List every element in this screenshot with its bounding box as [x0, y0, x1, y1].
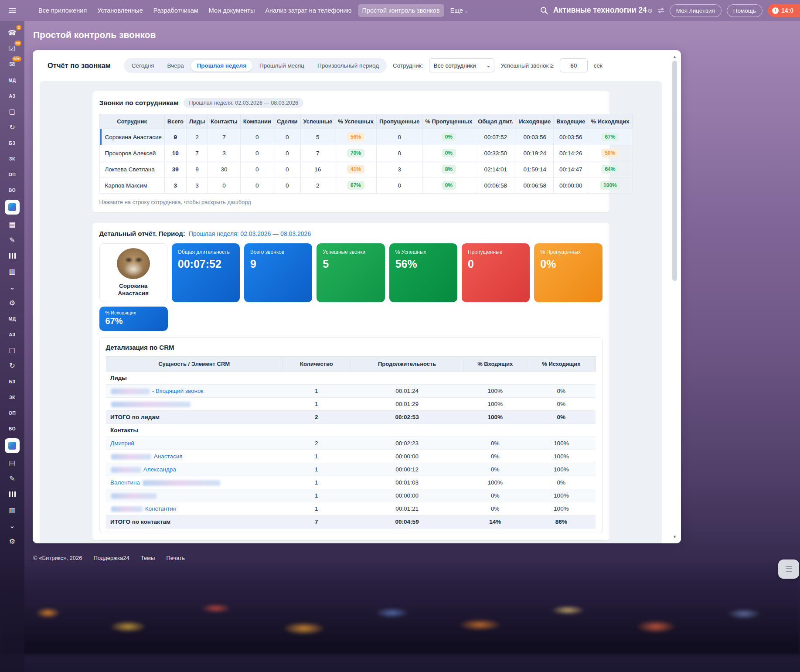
nav-item-Мои документы[interactable]: Мои документы — [204, 4, 259, 17]
employee-row[interactable]: Карпов Максим33000267%00%00:06:5800:06:5… — [99, 177, 632, 194]
detail-period-link[interactable]: Прошлая неделя: 02.03.2026 — 08.03.2026 — [189, 230, 311, 237]
nav-item-Установленные[interactable]: Установленные — [93, 4, 147, 17]
sidebar-item-app-zk[interactable]: ЗК — [5, 153, 20, 164]
employee-row[interactable]: Локтева Светлана39930001641%38%02:14:010… — [99, 161, 632, 177]
sidebar-item-gear-icon[interactable]: ⚙ — [5, 536, 20, 547]
crm-row[interactable]: Константин100:01:210%100% — [106, 502, 596, 515]
sidebar-item-gear-icon[interactable]: ⚙ — [5, 297, 20, 309]
sidebar-item-app-vo[interactable]: ВО — [5, 184, 20, 196]
left-sidebar: ☎2☑40✉99+МДАЗ▢↻БЗЗКОПВО▤✎▥⌄⚙МДАЗ▢↻БЗЗКОП… — [0, 21, 24, 672]
sidebar-item-phone-icon[interactable]: ☎2 — [5, 27, 20, 39]
sidebar-item-monitor-icon[interactable]: ▢ — [5, 344, 20, 356]
chevron-down-icon: ⌄ — [464, 8, 468, 14]
nav-item-Все приложения[interactable]: Все приложения — [34, 4, 91, 17]
crm-row[interactable]: 100:00:000%100% — [106, 489, 596, 502]
tab-Прошлый месяц[interactable]: Прошлый месяц — [253, 60, 310, 72]
crm-row[interactable]: 100:01:29100%0% — [106, 398, 596, 411]
sidebar-item-chevron-down-icon[interactable]: ⌄ — [5, 281, 20, 293]
crm-entity-link[interactable] — [110, 401, 191, 407]
sidebar-item-app-md[interactable]: МД — [5, 74, 20, 86]
widget-menu-button[interactable]: ☰ — [778, 559, 799, 579]
column-header: Контакты — [208, 114, 240, 129]
employee-row[interactable]: Прохоров Алексей107300770%00%00:33:5000:… — [99, 145, 632, 161]
help-button[interactable]: Помощь — [727, 4, 763, 17]
vertical-scrollbar[interactable]: ▲ ▼ — [671, 54, 678, 540]
sidebar-item-bar-chart-icon[interactable] — [5, 488, 20, 500]
search-icon[interactable] — [540, 7, 548, 14]
scroll-down-icon[interactable]: ▼ — [673, 534, 677, 540]
scrollbar-track[interactable] — [672, 60, 677, 534]
employees-panel: Звонки по сотрудникам Прошлая неделя: 02… — [92, 91, 609, 212]
sidebar-item-bar-chart-icon[interactable] — [5, 250, 20, 262]
sidebar-item-app-md[interactable]: МД — [5, 313, 20, 324]
footer-link-Поддержка24[interactable]: Поддержка24 — [93, 555, 129, 561]
stat-card-label: % Исходящих — [106, 310, 162, 316]
column-header: Лиды — [186, 114, 208, 129]
sidebar-item-chevron-down-icon[interactable]: ⌄ — [5, 520, 20, 532]
crm-row[interactable]: Анастасия100:00:000%100% — [106, 450, 596, 463]
nav-item-Анализ затрат на телефонию[interactable]: Анализ затрат на телефонию — [261, 4, 356, 17]
sidebar-item-app-zk[interactable]: ЗК — [5, 391, 20, 403]
sidebar-item-document-icon[interactable]: ▤ — [5, 218, 20, 230]
tab-Прошлая неделя[interactable]: Прошлая неделя — [191, 60, 252, 72]
crm-entity-link[interactable]: Константин — [110, 505, 177, 512]
nav-item-Простой контроль звонков[interactable]: Простой контроль звонков — [358, 4, 444, 17]
app-zk-label: ЗК — [9, 395, 15, 400]
tab-Произвольный период[interactable]: Произвольный период — [311, 60, 385, 72]
my-license-button[interactable]: Моя лицензия — [670, 4, 722, 17]
nav-item-Разработчикам[interactable]: Разработчикам — [149, 4, 203, 17]
crm-total-row: ИТОГО по контактам700:04:5914%86% — [106, 515, 596, 529]
crm-entity-link[interactable]: - Входящий звонок — [110, 388, 203, 394]
period-tabs: СегодняВчераПрошлая неделяПрошлый месяцП… — [124, 58, 387, 73]
crm-value-cell: 100% — [527, 463, 596, 476]
employee-row[interactable]: Сорокина Анастасия92700556%00%00:07:5200… — [99, 129, 632, 145]
sidebar-item-app-bz[interactable]: БЗ — [5, 137, 20, 149]
sidebar-item-app-bz[interactable]: БЗ — [5, 375, 20, 387]
footer-link-Темы[interactable]: Темы — [141, 555, 155, 561]
sidebar-item-monitor-icon[interactable]: ▢ — [5, 106, 20, 117]
crm-row[interactable]: - Входящий звонок100:01:24100%0% — [106, 385, 596, 398]
crm-detail-title: Детализация по CRM — [106, 344, 596, 351]
crm-entity-link[interactable]: Александра — [110, 466, 176, 473]
scrollbar-thumb[interactable] — [672, 61, 677, 281]
employee-select[interactable]: Все сотрудники ⌄ — [429, 58, 494, 72]
timer-value: 14:0 — [781, 7, 793, 14]
crm-entity-link[interactable] — [110, 492, 157, 499]
stat-card-% Успешных: % Успешных56% — [389, 243, 457, 302]
sidebar-item-messages-icon[interactable]: ✉99+ — [5, 58, 20, 70]
crm-row[interactable]: Валентина 100:01:03100%0% — [106, 476, 596, 489]
sidebar-item-app-op[interactable]: ОП — [5, 407, 20, 419]
footer-link-Печать[interactable]: Печать — [166, 555, 185, 561]
sidebar-item-kanban-icon[interactable]: ▥ — [5, 504, 20, 516]
license-timer-badge[interactable]: ! 14:0 — [768, 4, 800, 17]
sidebar-item-app-vo[interactable]: ВО — [5, 423, 20, 434]
filter-sliders-icon[interactable] — [657, 7, 664, 14]
sidebar-item-pencil-icon[interactable]: ✎ — [5, 473, 20, 484]
sidebar-item-refresh-icon[interactable]: ↻ — [5, 360, 20, 372]
tab-Сегодня[interactable]: Сегодня — [126, 60, 160, 72]
sidebar-item-refresh-icon[interactable]: ↻ — [5, 121, 20, 133]
tab-Вчера[interactable]: Вчера — [161, 60, 190, 72]
hamburger-menu-icon[interactable] — [0, 8, 24, 13]
portal-name[interactable]: Активные технологии 24 — [553, 6, 652, 15]
crm-entity-link[interactable]: Валентина — [110, 479, 221, 486]
sidebar-item-pencil-icon[interactable]: ✎ — [5, 234, 20, 246]
sidebar-item-app-az[interactable]: АЗ — [5, 90, 20, 102]
sidebar-item-app-op[interactable]: ОП — [5, 168, 20, 180]
sidebar-item-active-app-icon[interactable] — [5, 438, 20, 453]
scroll-up-icon[interactable]: ▲ — [673, 54, 677, 60]
nav-item-Еще[interactable]: Еще⌄ — [446, 4, 473, 17]
crm-detail-panel: Детализация по CRM Сущность / Элемент CR… — [99, 337, 603, 533]
crm-row[interactable]: Дмитрий200:02:230%100% — [106, 437, 596, 450]
sidebar-item-document-icon[interactable]: ▤ — [5, 457, 20, 469]
crm-row[interactable]: Александра100:00:120%100% — [106, 463, 596, 476]
sidebar-item-kanban-icon[interactable]: ▥ — [5, 266, 20, 277]
sidebar-item-tasks-icon[interactable]: ☑40 — [5, 43, 20, 55]
crm-entity-link[interactable]: Дмитрий — [110, 440, 134, 447]
crm-entity-link[interactable]: Анастасия — [110, 453, 183, 460]
value-cell: 00:03:56 — [554, 129, 588, 145]
stat-cards-row-2: % Исходящих67% — [99, 307, 603, 331]
sidebar-item-active-app-icon[interactable] — [5, 200, 20, 215]
sidebar-item-app-az[interactable]: АЗ — [5, 328, 20, 340]
success-seconds-input[interactable] — [560, 58, 588, 72]
